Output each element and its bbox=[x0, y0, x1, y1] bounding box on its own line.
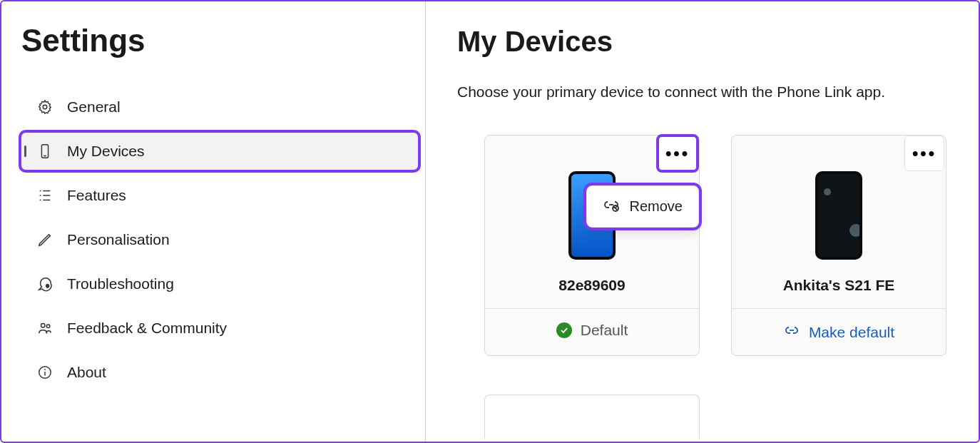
sidebar-item-troubleshooting[interactable]: ? Troubleshooting bbox=[21, 265, 418, 302]
bubble-question-icon: ? bbox=[37, 276, 53, 292]
device-context-menu: Remove bbox=[586, 185, 699, 228]
sidebar-item-label: General bbox=[67, 98, 121, 116]
sidebar-item-label: Personalisation bbox=[67, 231, 170, 248]
device-card-top: ••• Ankita's S21 FE bbox=[732, 136, 946, 308]
link-icon bbox=[783, 322, 800, 342]
main-content: My Devices Choose your primary device to… bbox=[426, 1, 979, 442]
sidebar-item-label: My Devices bbox=[67, 143, 145, 160]
svg-point-11 bbox=[41, 324, 46, 328]
svg-point-0 bbox=[43, 105, 47, 109]
device-footer-label: Make default bbox=[809, 324, 894, 341]
sidebar-item-feedback-community[interactable]: Feedback & Community bbox=[21, 310, 418, 347]
sidebar-item-about[interactable]: About bbox=[21, 354, 418, 391]
remove-menu-item[interactable]: Remove bbox=[590, 189, 695, 224]
sidebar-item-label: Features bbox=[67, 187, 126, 204]
more-options-button[interactable]: ••• bbox=[904, 136, 944, 171]
device-name: Ankita's S21 FE bbox=[783, 277, 895, 294]
device-card: ••• Ankita's S21 FE Make default bbox=[731, 135, 946, 356]
more-dots-icon: ••• bbox=[665, 145, 690, 162]
gear-icon bbox=[37, 99, 53, 115]
make-default-button[interactable]: Make default bbox=[732, 308, 946, 355]
device-card-top: ••• Remove 82e89609 bbox=[485, 136, 699, 308]
device-card-partial bbox=[484, 394, 700, 439]
phone-icon bbox=[37, 143, 53, 159]
device-phone-thumbnail bbox=[815, 171, 862, 260]
svg-point-12 bbox=[46, 325, 50, 328]
devices-row: ••• Remove 82e89609 bbox=[457, 135, 947, 356]
settings-sidebar: Settings General My Devices Features Per… bbox=[1, 1, 426, 442]
remove-label: Remove bbox=[630, 198, 683, 215]
page-subtitle: Choose your primary device to connect wi… bbox=[457, 83, 947, 101]
list-icon bbox=[37, 188, 53, 203]
sidebar-item-label: About bbox=[67, 364, 106, 381]
device-default-badge: Default bbox=[485, 308, 699, 352]
unlink-icon bbox=[603, 196, 620, 217]
svg-point-15 bbox=[44, 369, 46, 370]
info-icon bbox=[37, 365, 53, 380]
page-title: My Devices bbox=[457, 26, 947, 58]
sidebar-item-personalisation[interactable]: Personalisation bbox=[21, 221, 418, 258]
check-circle-icon bbox=[556, 322, 572, 338]
device-name: 82e89609 bbox=[558, 277, 625, 294]
sidebar-item-my-devices[interactable]: My Devices bbox=[21, 133, 418, 170]
sidebar-item-label: Feedback & Community bbox=[67, 320, 227, 337]
sidebar-item-label: Troubleshooting bbox=[67, 275, 174, 292]
sidebar-item-features[interactable]: Features bbox=[21, 177, 418, 214]
pen-icon bbox=[37, 232, 53, 248]
more-options-button[interactable]: ••• bbox=[658, 136, 698, 171]
device-card: ••• Remove 82e89609 bbox=[484, 135, 700, 356]
settings-title: Settings bbox=[21, 23, 418, 58]
more-dots-icon: ••• bbox=[912, 145, 936, 162]
sidebar-item-general[interactable]: General bbox=[21, 88, 418, 126]
device-footer-label: Default bbox=[581, 322, 628, 339]
svg-text:?: ? bbox=[46, 285, 49, 288]
phone-screen bbox=[818, 174, 859, 257]
people-icon bbox=[37, 320, 53, 336]
